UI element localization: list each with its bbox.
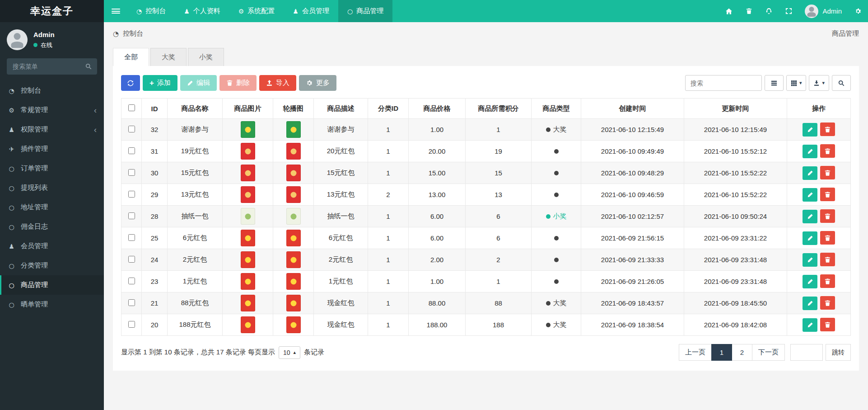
add-button[interactable]: +添加 (143, 75, 177, 91)
edit-row-button[interactable] (803, 253, 817, 267)
row-checkbox[interactable] (128, 212, 135, 219)
carousel-image[interactable] (286, 165, 301, 181)
delete-row-button[interactable] (820, 144, 835, 158)
row-checkbox[interactable] (128, 234, 135, 241)
columns-button[interactable]: ▾ (786, 75, 807, 91)
tab-big-prize[interactable]: 大奖 (150, 48, 187, 66)
product-image[interactable] (241, 208, 255, 225)
carousel-image[interactable] (286, 316, 301, 333)
page-button-prev[interactable]: 上一页 (679, 344, 712, 361)
delete-row-button[interactable] (820, 188, 835, 201)
sidebar-toggle-button[interactable] (104, 0, 127, 22)
row-checkbox[interactable] (128, 191, 135, 198)
delete-row-button[interactable] (820, 274, 835, 288)
table-row[interactable]: 2188元红包现金红包188.0088大奖2021-06-09 18:43:57… (121, 292, 851, 314)
edit-row-button[interactable] (803, 188, 817, 202)
page-button-page-1[interactable]: 1 (711, 344, 732, 361)
sidebar-item-general[interactable]: ⚙常规管理‹ (0, 100, 104, 120)
product-image[interactable] (241, 143, 255, 160)
table-row[interactable]: 242元红包2元红包12.0022021-06-09 21:33:332021-… (121, 249, 851, 271)
settings-button[interactable] (848, 0, 868, 22)
tab-small-prize[interactable]: 小奖 (188, 48, 224, 66)
edit-row-button[interactable] (803, 123, 817, 137)
export-button[interactable]: ▾ (809, 75, 829, 91)
edit-row-button[interactable] (803, 231, 817, 245)
table-row[interactable]: 2913元红包13元红包213.00132021-06-10 09:46:592… (121, 184, 851, 206)
edit-row-button[interactable] (803, 318, 817, 332)
import-button[interactable]: 导入 (259, 75, 296, 91)
sidebar-item-goods[interactable]: ○商品管理 (0, 275, 104, 295)
search-button[interactable] (832, 75, 851, 91)
row-checkbox[interactable] (128, 299, 135, 306)
carousel-image[interactable] (286, 143, 301, 160)
row-checkbox[interactable] (128, 278, 135, 284)
sidebar-item-auth[interactable]: ♟权限管理‹ (0, 120, 104, 139)
sidebar-item-address[interactable]: ○地址管理 (0, 198, 104, 217)
row-checkbox[interactable] (128, 147, 135, 154)
user-menu[interactable]: Admin (798, 0, 848, 22)
delete-row-button[interactable] (820, 166, 835, 179)
sidebar-search-button[interactable] (80, 58, 97, 75)
topnav-item-dashboard[interactable]: ◔控制台 (127, 0, 175, 22)
row-checkbox[interactable] (128, 126, 135, 132)
topnav-item-goods-manage[interactable]: ○商品管理 (338, 0, 392, 22)
row-checkbox[interactable] (128, 321, 135, 328)
table-row[interactable]: 32谢谢参与谢谢参与11.001大奖2021-06-10 12:15:49202… (121, 119, 851, 141)
table-row[interactable]: 20188元红包现金红包1188.00188大奖2021-06-09 18:38… (121, 314, 851, 336)
page-size-select[interactable]: 10 ▴ (279, 346, 300, 359)
service-button[interactable] (759, 0, 779, 22)
breadcrumb[interactable]: ◔ 控制台 (113, 29, 143, 38)
product-image[interactable] (241, 230, 255, 246)
delete-row-button[interactable] (820, 318, 835, 331)
jump-page-input[interactable] (790, 344, 823, 361)
delete-row-button[interactable] (820, 253, 835, 266)
carousel-image[interactable] (286, 273, 301, 290)
table-row[interactable]: 256元红包6元红包16.0062021-06-09 21:56:152021-… (121, 227, 851, 249)
tab-all[interactable]: 全部 (113, 48, 149, 66)
carousel-image[interactable] (286, 230, 301, 246)
jump-button[interactable]: 跳转 (826, 344, 851, 361)
product-image[interactable] (241, 251, 255, 268)
table-row[interactable]: 3119元红包20元红包120.00192021-06-10 09:49:492… (121, 141, 851, 162)
table-row[interactable]: 28抽纸一包抽纸一包16.006小奖2021-06-10 02:12:57202… (121, 206, 851, 227)
edit-row-button[interactable] (803, 275, 817, 288)
delete-row-button[interactable] (820, 296, 835, 310)
product-image[interactable] (241, 165, 255, 181)
edit-row-button[interactable] (803, 210, 817, 223)
edit-row-button[interactable] (803, 145, 817, 158)
sidebar-item-dashboard[interactable]: ◔控制台 (0, 81, 104, 100)
sidebar-item-addon[interactable]: ✈插件管理 (0, 139, 104, 159)
sidebar-item-member[interactable]: ♟会员管理 (0, 236, 104, 256)
more-button[interactable]: 更多 (299, 75, 336, 91)
topnav-item-system-config[interactable]: ⚙系统配置 (229, 0, 284, 22)
carousel-image[interactable] (286, 186, 301, 203)
carousel-image[interactable] (286, 208, 301, 225)
table-row[interactable]: 3015元红包15元红包115.00152021-06-10 09:48:292… (121, 162, 851, 184)
page-button-next[interactable]: 下一页 (752, 344, 785, 361)
edit-row-button[interactable] (803, 297, 817, 310)
table-search-input[interactable] (685, 75, 762, 91)
delete-row-button[interactable] (820, 123, 835, 136)
refresh-button[interactable] (121, 75, 140, 91)
edit-row-button[interactable] (803, 166, 817, 180)
delete-row-button[interactable] (820, 209, 835, 223)
carousel-image[interactable] (286, 121, 301, 138)
delete-row-button[interactable] (820, 231, 835, 245)
carousel-image[interactable] (286, 295, 301, 311)
delete-button[interactable]: 删除 (219, 75, 257, 91)
topnav-item-profile[interactable]: ♟个人资料 (175, 0, 229, 22)
sidebar-item-order[interactable]: ○订单管理 (0, 159, 104, 178)
sidebar-search-input[interactable] (7, 58, 80, 75)
row-checkbox[interactable] (128, 169, 135, 176)
product-image[interactable] (241, 121, 255, 138)
fullscreen-button[interactable] (779, 0, 798, 22)
sidebar-item-category[interactable]: ○分类管理 (0, 256, 104, 275)
select-all-checkbox[interactable] (128, 104, 135, 111)
home-button[interactable] (719, 0, 739, 22)
product-image[interactable] (241, 186, 255, 203)
toggle-view-button[interactable] (765, 75, 784, 91)
product-image[interactable] (241, 273, 255, 290)
sidebar-item-commission[interactable]: ○佣金日志 (0, 217, 104, 236)
clear-cache-button[interactable] (739, 0, 759, 22)
brand-logo[interactable]: 幸运盒子 (0, 0, 104, 22)
